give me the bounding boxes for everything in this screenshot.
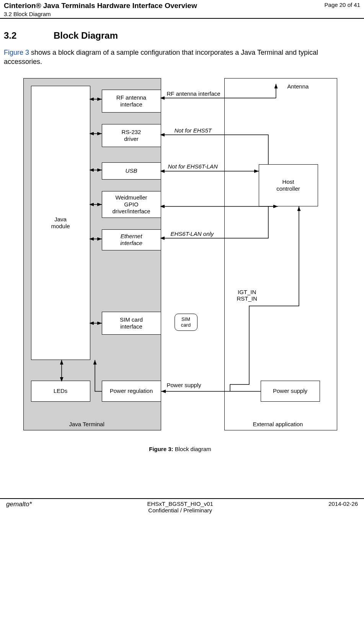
page-header: Cinterion® Java Terminals Hardware Inter… (0, 0, 364, 19)
antenna-label: Antenna (287, 83, 309, 90)
power-supply-connection-label: Power supply (167, 382, 201, 388)
ethernet-interface-box: Ethernet interface (102, 229, 161, 250)
rs232-note-label: Not for EHS5T (175, 127, 212, 134)
usb-note-label: Not for EHS6T-LAN (168, 163, 218, 170)
java-module-box: Java module (31, 86, 90, 360)
rf-connection-label: RF antenna interface (167, 90, 220, 97)
figure-link[interactable]: Figure 3 (4, 49, 29, 56)
block-diagram: Java module RF antenna interface RS-232 … (23, 78, 337, 442)
figure-caption-lead: Figure 3: (149, 446, 173, 452)
figure-caption-text: Block diagram (173, 446, 211, 452)
external-application-frame (224, 78, 337, 430)
footer-logo: gemalto* (6, 500, 32, 514)
power-regulation-box: Power regulation (102, 381, 161, 402)
rf-antenna-interface-box: RF antenna interface (102, 90, 161, 113)
intro-text: shows a block diagram of a sample config… (4, 49, 318, 65)
external-application-label: External application (253, 421, 303, 427)
section-heading: 3.2Block Diagram (4, 30, 356, 41)
footer-confidential: Confidential / Preliminary (147, 507, 213, 514)
gpio-box: Weidmueller GPIO driver/interface (102, 191, 161, 218)
figure-caption: Figure 3: Block diagram (4, 446, 356, 452)
rs232-driver-box: RS-232 driver (102, 124, 161, 147)
leds-box: LEDs (31, 381, 90, 402)
product-title: Cinterion® Java Terminals Hardware Inter… (4, 2, 197, 10)
section-number: 3.2 (4, 30, 54, 41)
page-content: 3.2Block Diagram Figure 3 shows a block … (0, 19, 364, 456)
footer-date: 2014-02-26 (328, 500, 358, 514)
page-footer: gemalto* EHSxT_BGS5T_HIO_v01 Confidentia… (0, 498, 364, 529)
igt-rst-label: IGT_IN RST_IN (237, 289, 257, 302)
power-supply-box: Power supply (261, 381, 320, 402)
usb-box: USB (102, 162, 161, 180)
footer-doc-id: EHSxT_BGS5T_HIO_v01 (147, 500, 213, 507)
sim-card: SIM card (175, 314, 198, 331)
java-terminal-label: Java Terminal (69, 421, 104, 427)
ethernet-note-label: EHS6T-LAN only (171, 231, 214, 237)
page-number: Page 20 of 41 (325, 2, 360, 8)
intro-paragraph: Figure 3 shows a block diagram of a samp… (4, 48, 356, 67)
section-title: Block Diagram (54, 30, 118, 41)
sim-card-interface-box: SIM card interface (102, 312, 161, 335)
host-controller-box: Host controller (259, 164, 318, 206)
section-reference: 3.2 Block Diagram (4, 11, 197, 17)
